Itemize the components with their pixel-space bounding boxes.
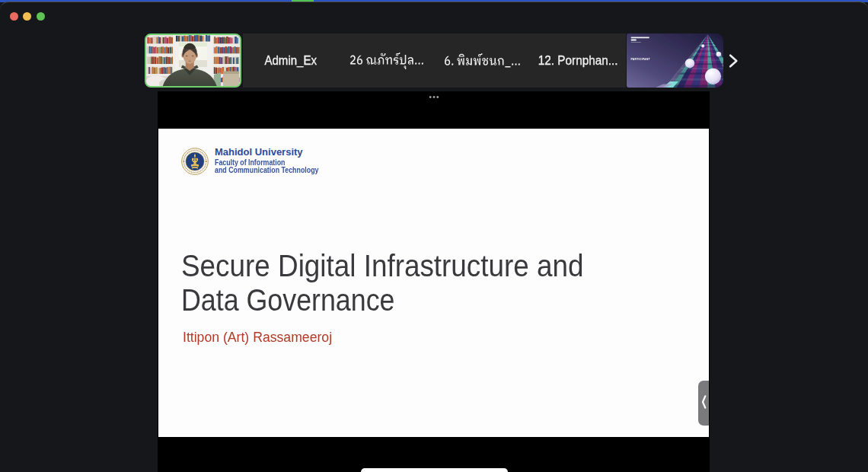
svg-text:PARTICIPANT: PARTICIPANT bbox=[631, 58, 651, 61]
